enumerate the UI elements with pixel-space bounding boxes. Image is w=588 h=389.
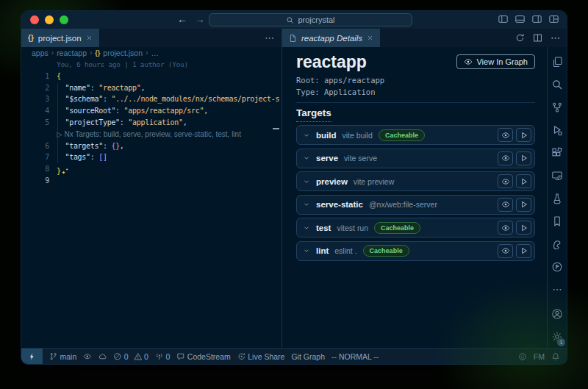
codestream-item[interactable]: CodeStream [176,352,230,361]
more-actions-icon[interactable]: ⋯ [551,32,560,43]
chevron-down-icon[interactable] [303,154,310,162]
forward-icon[interactable]: → [195,13,205,25]
settings-gear-icon[interactable]: 1 [548,325,567,348]
target-command: vite build [342,131,372,140]
line-content: "$schema": "../../node_modules/nx/schema… [57,93,279,105]
sync-changes-item[interactable] [98,352,107,361]
target-row[interactable]: serve-static @nx/web:file-server [296,195,535,215]
toggle-secondary-sidebar-icon[interactable] [531,14,542,24]
play-icon [520,246,528,255]
desktop: ← → projcrystal {} project.json [0,0,588,389]
zoom-button[interactable] [60,15,68,24]
more-views-icon[interactable]: ⋯ [548,278,567,301]
bookmarks-icon[interactable] [548,210,567,232]
json-file-icon: {} [28,34,34,42]
target-row[interactable]: preview vite preview [296,171,535,191]
tab-reactapp-details[interactable]: reactapp Details [282,29,381,47]
breadcrumb-item[interactable]: project.json [103,49,143,57]
chevron-down-icon[interactable] [303,178,310,185]
gitlens-blame-toggle[interactable] [83,352,92,361]
target-row[interactable]: build vite build Cacheable [296,125,535,145]
warning-count: 0 [144,352,148,361]
close-tab-icon[interactable] [86,35,93,41]
refresh-icon[interactable] [515,33,525,43]
split-editor-icon[interactable] [533,33,542,43]
chevron-down-icon[interactable] [303,247,310,254]
line-content: ▷ Nx Targets: build, serve, preview, ser… [57,129,241,140]
target-row[interactable]: serve vite serve [296,149,535,168]
account-icon[interactable] [548,302,567,325]
run-target-button[interactable] [516,128,531,142]
toggle-primary-sidebar-icon[interactable] [498,14,509,24]
codetour-icon[interactable] [548,255,567,278]
source-control-icon[interactable] [548,96,567,118]
chevron-down-icon[interactable] [303,224,310,232]
explorer-icon[interactable] [548,50,567,73]
view-target-button[interactable] [498,174,513,188]
remote-indicator[interactable] [21,349,43,364]
view-in-graph-button[interactable]: View In Graph [456,54,535,69]
chevron-down-icon[interactable] [303,132,310,139]
cacheable-badge: Cacheable [374,222,420,234]
activity-bar: ⋯ 1 [547,47,567,348]
breadcrumb-more[interactable]: … [151,49,159,57]
run-target-button[interactable] [516,151,531,165]
view-target-button[interactable] [498,244,513,258]
target-actions [498,244,531,258]
live-share-label: Live Share [248,352,284,361]
window-controls [30,15,68,24]
problems-item[interactable]: 0 0 [113,352,148,361]
view-target-button[interactable] [498,128,513,142]
breadcrumb-item[interactable]: reactapp [57,49,87,57]
chevron-down-icon[interactable] [303,201,310,208]
git-branch-icon [49,352,58,361]
live-share-item[interactable]: Live Share [237,352,285,361]
view-target-button[interactable] [498,198,513,212]
view-target-button[interactable] [498,221,513,235]
nx-console-icon[interactable] [548,232,567,255]
git-graph-item[interactable]: Git Graph [291,352,325,361]
run-target-button[interactable] [516,174,531,188]
live-share-icon [237,352,246,361]
git-branch-item[interactable]: main [49,352,76,361]
run-debug-icon[interactable] [548,118,567,141]
line-number: 6 [21,140,57,152]
command-center-search[interactable]: projcrystal [209,13,412,26]
cacheable-badge: Cacheable [379,129,425,141]
extensions-icon[interactable] [548,141,567,164]
cloud-icon [98,352,107,361]
run-target-button[interactable] [516,244,531,258]
toggle-panel-icon[interactable] [514,14,526,24]
close-button[interactable] [30,15,39,24]
more-tabs-icon[interactable]: ⋯ [265,29,282,47]
project-title: reactapp [296,52,367,71]
target-row[interactable]: test vitest run Cacheable [296,218,535,238]
remote-explorer-icon[interactable] [548,164,567,187]
code-area[interactable]: You, 6 hours ago | 1 author (You)1{2 "na… [21,58,282,348]
back-icon[interactable]: ← [177,13,187,25]
notifications-bell-icon[interactable] [551,352,560,361]
run-target-button[interactable] [516,198,531,212]
tab-project-json[interactable]: {} project.json [21,29,100,47]
minimize-button[interactable] [45,15,54,24]
view-target-button[interactable] [498,151,513,165]
lens-line[interactable]: ▷ Nx Targets: build, serve, preview, ser… [21,129,282,140]
target-row[interactable]: lint eslint . Cacheable [296,241,535,261]
search-icon[interactable] [548,73,567,96]
customize-layout-icon[interactable] [548,14,559,24]
breadcrumb-item[interactable]: apps [32,49,49,57]
close-tab-icon[interactable] [367,35,373,41]
line-content: { [57,71,61,82]
lightning-icon [28,352,36,361]
testing-icon[interactable] [548,187,567,210]
feedback-smiley-icon[interactable] [518,352,527,361]
target-actions [498,198,531,212]
line-number: 4 [21,105,57,117]
ports-item[interactable]: 0 [155,352,170,361]
vim-mode-indicator[interactable]: -- NORMAL -- [331,352,379,361]
target-actions [498,151,531,165]
target-actions [498,128,531,142]
line-content: You, 6 hours ago | 1 author (You) [57,59,188,71]
fm-indicator[interactable]: FM [534,352,545,361]
run-target-button[interactable] [516,221,531,235]
